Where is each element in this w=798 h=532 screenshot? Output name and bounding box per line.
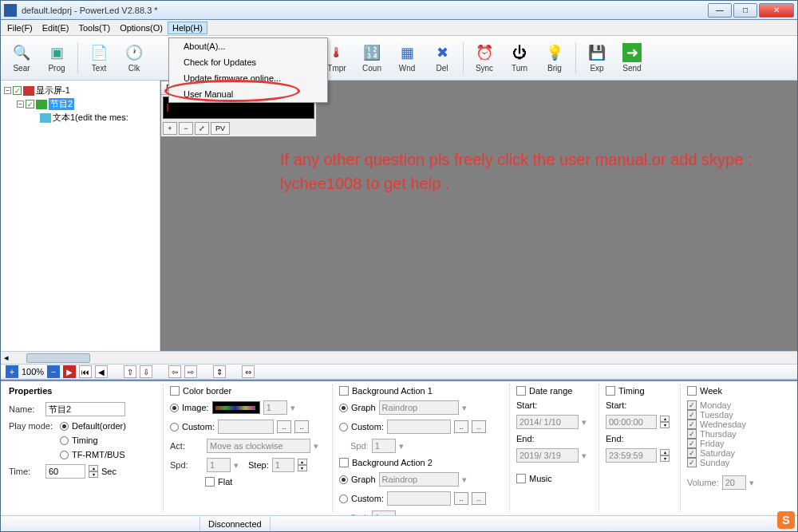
bg1-checkbox[interactable] <box>339 386 349 396</box>
help-check-updates[interactable]: Check for Updates <box>169 54 327 70</box>
prog-icon: ▣ <box>47 43 66 62</box>
tb-brig[interactable]: 💡Brig <box>537 38 572 78</box>
menu-tools[interactable]: Tools(T) <box>73 22 115 34</box>
custom-browse[interactable]: .. <box>277 420 291 433</box>
start-time[interactable] <box>606 415 657 429</box>
up-button[interactable]: ⇧ <box>124 365 136 378</box>
fit-btn[interactable]: ⤢ <box>195 122 209 135</box>
hexpand-button[interactable]: ⇔ <box>242 365 255 378</box>
step-input[interactable] <box>272 458 294 472</box>
music-checkbox[interactable] <box>516 474 526 483</box>
radio-timing[interactable] <box>60 436 69 445</box>
radio-image[interactable] <box>170 404 179 412</box>
menu-edit[interactable]: Edit(E) <box>38 22 74 34</box>
sidebar: − ✓ 显示屏-1 − ✓ 节目2 文本1(edit the mes: <box>1 81 160 351</box>
weekday-checkbox[interactable] <box>687 439 697 448</box>
status-cell-1 <box>1 516 200 531</box>
radio-custom2[interactable] <box>339 495 348 503</box>
weekday-checkbox[interactable] <box>687 429 697 439</box>
tb-prog[interactable]: ▣Prog <box>39 38 74 78</box>
close-button[interactable]: ✕ <box>759 3 794 18</box>
maximize-button[interactable]: □ <box>733 3 757 18</box>
ime-indicator[interactable]: S <box>777 511 795 529</box>
graph1-select[interactable] <box>379 400 459 415</box>
scroll-left-icon[interactable]: ◂ <box>1 353 12 363</box>
first-button[interactable]: ⏮ <box>79 365 92 378</box>
tb-turn[interactable]: ⏻Turn <box>502 38 537 78</box>
tb-search[interactable]: 🔍Sear <box>4 38 39 78</box>
time-spinner[interactable]: ▴▾ <box>89 465 98 478</box>
prev-button[interactable]: ◀ <box>95 365 108 378</box>
menu-file[interactable]: File(F) <box>2 22 38 34</box>
minimize-button[interactable]: — <box>708 3 732 18</box>
tb-sync[interactable]: ⏰Sync <box>467 38 502 78</box>
collapse-icon[interactable]: − <box>4 87 11 94</box>
properties-header: Properties <box>9 386 158 396</box>
spd-input[interactable] <box>207 458 231 472</box>
left-button[interactable]: ⇦ <box>168 365 181 378</box>
name-input[interactable] <box>45 402 125 416</box>
tb-text[interactable]: 📄Text <box>81 38 117 78</box>
radio-custom[interactable] <box>170 423 179 432</box>
right-button[interactable]: ⇨ <box>184 365 197 378</box>
radio-graph1[interactable] <box>339 404 348 412</box>
zoom-value: 100% <box>22 367 44 376</box>
act-select[interactable] <box>207 439 310 453</box>
collapse-icon[interactable]: − <box>17 100 24 108</box>
checkbox-icon[interactable]: ✓ <box>26 100 34 108</box>
radio-graph2[interactable] <box>339 475 348 484</box>
text-item-icon <box>40 113 51 123</box>
zoom-out-button[interactable]: − <box>47 365 60 378</box>
zoom-in-button[interactable]: + <box>6 365 18 378</box>
spd1-input <box>372 439 396 453</box>
play-button[interactable]: ▶ <box>63 365 76 378</box>
graph2-select[interactable] <box>379 472 459 487</box>
weekday-checkbox[interactable] <box>687 400 697 410</box>
tb-wnd[interactable]: ▦Wnd <box>389 38 425 78</box>
vexpand-button[interactable]: ⇕ <box>213 365 226 378</box>
end-time[interactable] <box>606 448 657 463</box>
zoom-in-btn[interactable]: + <box>163 122 177 135</box>
daterange-checkbox[interactable] <box>516 386 526 396</box>
time-input[interactable] <box>45 464 85 479</box>
down-button[interactable]: ⇩ <box>140 365 152 378</box>
custom-clear[interactable]: .. <box>294 420 309 433</box>
menu-help[interactable]: Help(H) About(A)... Check for Updates Up… <box>168 22 207 34</box>
timing-checkbox[interactable] <box>606 386 615 396</box>
radio-custom1[interactable] <box>339 423 348 432</box>
weekday-checkbox[interactable] <box>687 458 697 467</box>
help-about[interactable]: About(A)... <box>169 38 327 54</box>
h-scrollbar[interactable]: ◂ <box>1 351 797 364</box>
radio-default[interactable] <box>60 422 69 431</box>
pv-btn[interactable]: PV <box>211 122 230 135</box>
tree-text-item[interactable]: 文本1(edit the mes: <box>30 111 156 124</box>
tb-coun[interactable]: 🔢Coun <box>354 38 389 78</box>
bg1-label: Background Action 1 <box>352 386 433 396</box>
weekday-checkbox[interactable] <box>687 448 697 458</box>
tree-program[interactable]: − ✓ 节目2 <box>17 97 156 111</box>
bg2-checkbox[interactable] <box>339 458 349 467</box>
checkbox-icon[interactable]: ✓ <box>13 86 22 95</box>
export-icon: 💾 <box>587 43 606 62</box>
end-date[interactable] <box>516 448 579 463</box>
border-swatch[interactable] <box>212 401 260 414</box>
tb-clk[interactable]: 🕐Clk <box>117 38 152 78</box>
tb-exp[interactable]: 💾Exp <box>579 38 614 78</box>
week-checkbox[interactable] <box>687 386 697 396</box>
zoom-out-btn[interactable]: − <box>179 122 193 135</box>
scroll-thumb[interactable] <box>26 353 90 363</box>
tb-send[interactable]: ➜Send <box>614 38 650 78</box>
start-date[interactable] <box>516 415 579 429</box>
help-firmware[interactable]: Update firmware online... <box>169 70 327 86</box>
flat-checkbox[interactable] <box>205 477 215 487</box>
step-spinner[interactable]: ▴▾ <box>298 459 307 471</box>
colorborder-checkbox[interactable] <box>170 386 180 396</box>
tree-root[interactable]: − ✓ 显示屏-1 <box>4 84 156 97</box>
weekday-checkbox[interactable] <box>687 410 697 420</box>
menu-options[interactable]: Options(O) <box>115 22 168 34</box>
radio-tfbus[interactable] <box>60 451 69 459</box>
weekday-label: Thursday <box>700 429 737 439</box>
help-user-manual[interactable]: User Manual <box>169 86 327 102</box>
weekday-checkbox[interactable] <box>687 420 697 429</box>
tb-del[interactable]: ✖Del <box>425 38 460 78</box>
